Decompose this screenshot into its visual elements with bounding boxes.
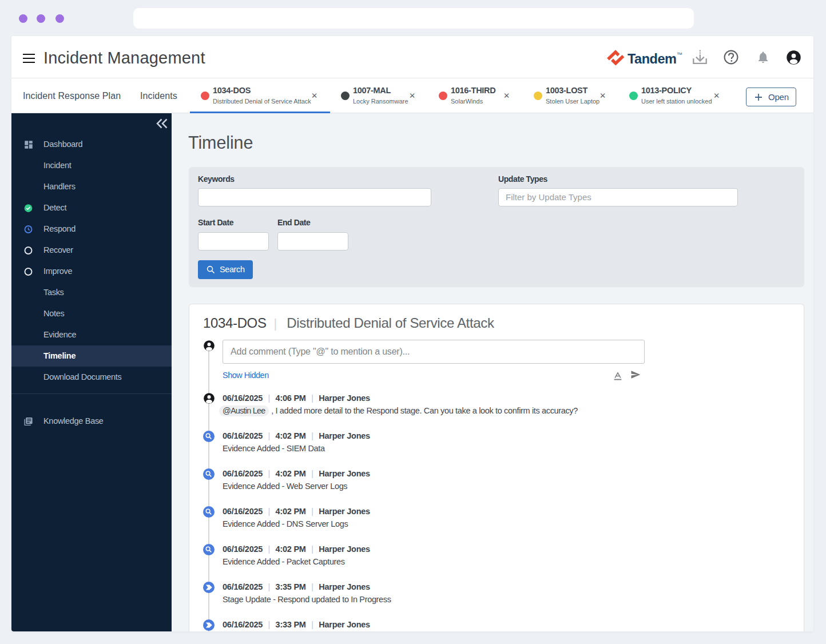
svg-text:TM: TM <box>677 51 682 55</box>
svg-text:Tandem: Tandem <box>628 51 676 66</box>
